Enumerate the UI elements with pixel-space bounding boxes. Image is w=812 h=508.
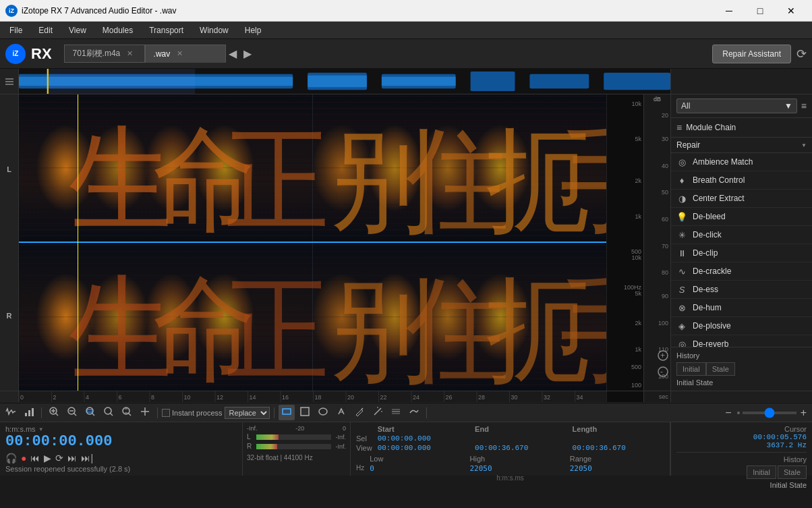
module-chain-icon: ≡: [676, 122, 682, 133]
tc-sel-length: [573, 434, 664, 443]
history-tab-stale[interactable]: Stale: [706, 362, 735, 376]
repair-category-dropdown[interactable]: Repair ▼: [671, 138, 812, 153]
svg-point-98: [319, 408, 327, 415]
tab-m4a[interactable]: 701刷梗.m4a ✕: [64, 45, 145, 63]
pan-tool-button[interactable]: [137, 405, 153, 420]
play-button[interactable]: ▶: [44, 453, 51, 463]
spectrogram-main[interactable]: 生 命 正 别 住 扼 手 生 命 正 别 住: [19, 94, 606, 391]
tc-sel-start: 00:00:00.000: [378, 434, 469, 443]
time-format-chevron: ▼: [38, 426, 44, 432]
history-icon[interactable]: ⟳: [796, 47, 807, 61]
module-de-plosive[interactable]: ◈ De-plosive: [671, 317, 812, 335]
status-time-section: h:m:s.ms ▼ 00:00:00.000 🎧 ● ⏮ ▶ ⟳ ⏭ ⏭| S…: [0, 422, 243, 476]
history-initial-state: Initial State: [676, 378, 807, 387]
headphone-button[interactable]: 🎧: [5, 453, 17, 463]
de-ess-icon: S: [676, 284, 687, 295]
menu-edit[interactable]: Edit: [32, 24, 59, 36]
speech-recognition-button[interactable]: [333, 405, 349, 420]
freq-selection-button[interactable]: [297, 405, 313, 420]
module-center-extract[interactable]: ◑ Center Extract: [671, 190, 812, 208]
zoom-selection-button[interactable]: [82, 405, 98, 420]
history-bottom-stale[interactable]: Stale: [778, 465, 807, 479]
module-de-hum[interactable]: ⊗ De-hum: [671, 299, 812, 317]
zoom-out-freq-button[interactable]: -: [657, 366, 669, 380]
hz-empty: [356, 455, 364, 463]
replace-dropdown[interactable]: Replace Insert Mix: [225, 407, 270, 419]
module-breath-control[interactable]: ♦ Breath Control: [671, 171, 812, 190]
tc-empty-header: [356, 425, 372, 433]
cursor-time-value: 00:00:05.576: [676, 433, 807, 441]
history-tab-initial[interactable]: Initial: [676, 362, 706, 376]
menu-view[interactable]: View: [62, 24, 93, 36]
zoom-in-small-button[interactable]: +: [798, 405, 809, 420]
minimize-button[interactable]: ─: [714, 0, 745, 22]
time-format-label: h:m:s.ms: [5, 425, 36, 433]
zoom-out-small-button[interactable]: −: [722, 405, 734, 420]
panel-menu-icon[interactable]: ≡: [801, 101, 807, 111]
module-filter-dropdown[interactable]: All ▼: [676, 98, 797, 113]
fit-to-window-button[interactable]: [119, 405, 135, 420]
timeline[interactable]: 0 2 4 6 8 10 12 14 16 18 20 22 24: [19, 391, 606, 402]
lasso-button[interactable]: [315, 405, 331, 420]
izotope-logo: iZ: [5, 44, 26, 64]
tab-m4a-close[interactable]: ✕: [127, 49, 133, 58]
module-chain-row[interactable]: ≡ Module Chain: [671, 118, 812, 138]
to-end-button[interactable]: ⏭|: [81, 453, 93, 463]
svg-rect-79: [32, 408, 34, 416]
module-de-click[interactable]: ✳ De-click: [671, 226, 812, 244]
maximize-button[interactable]: □: [745, 0, 776, 22]
time-selection-button[interactable]: [279, 405, 295, 420]
menu-transport[interactable]: Transport: [142, 24, 190, 36]
module-de-crackle[interactable]: ∿ De-crackle: [671, 262, 812, 281]
nav-left-button[interactable]: ◀: [226, 45, 239, 63]
instant-process-checkbox[interactable]: [162, 409, 170, 417]
menu-modules[interactable]: Modules: [96, 24, 140, 36]
menu-file[interactable]: File: [3, 24, 29, 36]
tab-wav[interactable]: .wav ✕: [145, 45, 226, 63]
close-button[interactable]: ✕: [776, 0, 807, 22]
session-message: Session reopened successfully (2.8 s): [5, 465, 237, 473]
menu-window[interactable]: Window: [193, 24, 235, 36]
harmonic-selection-button[interactable]: [388, 405, 404, 420]
prev-button[interactable]: ⏮: [30, 453, 40, 463]
freq-tick-10k-bot: 10k: [631, 254, 641, 261]
module-de-bleed[interactable]: 💡 De-bleed: [671, 208, 812, 226]
freq-tick-5k-bot: 5k: [635, 290, 641, 297]
fit-window-icon: [121, 406, 132, 417]
module-ambience-match[interactable]: ◎ Ambience Match: [671, 153, 812, 171]
zoom-in-button[interactable]: [46, 405, 62, 420]
nav-right-button[interactable]: ▶: [241, 45, 254, 63]
loop-button[interactable]: ⟳: [55, 453, 63, 463]
waveform-view-icon: [5, 406, 16, 417]
zoom-slider[interactable]: [743, 412, 796, 414]
next-button[interactable]: ⏭: [67, 453, 77, 463]
brush-select-button[interactable]: [351, 405, 368, 420]
level-r-fill: [256, 444, 277, 449]
repair-assistant-button[interactable]: Repair Assistant: [712, 45, 791, 63]
spectrogram-view-button[interactable]: [21, 405, 37, 420]
menu-help[interactable]: Help: [238, 24, 268, 36]
module-de-ess[interactable]: S De-ess: [671, 281, 812, 299]
tab-wav-close[interactable]: ✕: [177, 49, 183, 58]
tc-range-header: Range: [570, 455, 664, 463]
svg-text:10: 10: [183, 394, 190, 401]
overview-collapse-icon[interactable]: [4, 76, 15, 87]
db-tick-90: 90: [662, 293, 668, 300]
freehand-button[interactable]: [406, 405, 422, 420]
de-crackle-icon: ∿: [676, 266, 687, 277]
zoom-in-freq-button[interactable]: +: [657, 349, 669, 364]
history-bottom-initial[interactable]: Initial: [747, 465, 776, 479]
zoom-fit-button[interactable]: [100, 405, 117, 420]
tc-low-val: 0: [370, 464, 464, 473]
zoom-out-button[interactable]: [64, 405, 80, 420]
overview-waveform[interactable]: [19, 69, 670, 94]
magic-wand-button[interactable]: [370, 405, 386, 420]
module-de-clip[interactable]: ⏸ De-clip: [671, 244, 812, 262]
l-label: L: [247, 433, 254, 441]
toolbar-sep-3: [274, 407, 274, 418]
right-panel: All ▼ ≡ ≡ Module Chain Repair ▼ ◎ Ambien…: [670, 94, 812, 391]
module-de-reverb[interactable]: ◎ De-reverb: [671, 335, 812, 347]
waveform-view-button[interactable]: [3, 405, 19, 420]
repair-category-label: Repair: [676, 140, 801, 150]
record-button[interactable]: ●: [21, 453, 26, 463]
